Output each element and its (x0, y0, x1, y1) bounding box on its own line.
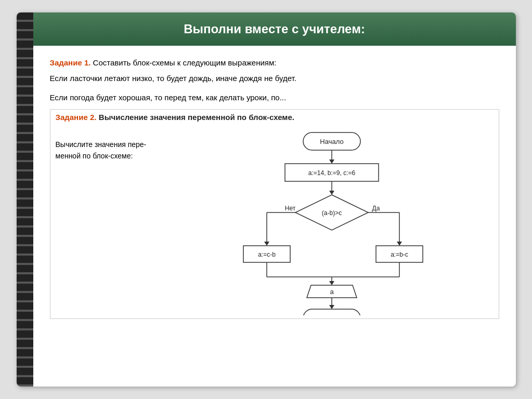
task1-number: Задание 1. (50, 58, 91, 67)
left-decoration-bar (17, 12, 33, 387)
task2-section: Задание 2. Вычисление значения переменно… (50, 109, 499, 319)
task2-title-suffix: Вычисление значения переменной по блок-с… (99, 113, 294, 122)
start-label: Начало (320, 138, 343, 145)
svg-marker-20 (329, 281, 334, 285)
task2-number: Задание 2. (56, 113, 97, 122)
slide-content: Задание 1. Составить блок-схемы к следую… (33, 46, 516, 387)
slide-header: Выполни вместе с учителем: (33, 12, 516, 46)
slide-container: Выполни вместе с учителем: Задание 1. Со… (17, 12, 516, 387)
right-branch-label: a:=b-c (391, 251, 408, 258)
output-label: a (330, 288, 334, 296)
svg-marker-2 (329, 159, 334, 164)
header-title: Выполни вместе с учителем: (184, 22, 365, 36)
task1-text2: Если погода будет хорошая, то перед тем,… (50, 91, 499, 103)
no-label: Нет (284, 205, 295, 212)
task2-instruction: Вычислите значения пере-менной по блок-с… (56, 128, 170, 315)
end-label: Конец (322, 314, 341, 315)
svg-marker-9 (264, 242, 269, 246)
flowchart-container: Начало a:=14, b:=9, c:=6 (a-b)>c (180, 128, 494, 315)
svg-marker-5 (329, 191, 334, 195)
flowchart-svg: Начало a:=14, b:=9, c:=6 (a-b)>c (228, 128, 446, 315)
task2-body: Вычислите значения пере-менной по блок-с… (56, 128, 494, 315)
task1-label-suffix: Составить блок-схемы к следующим выражен… (90, 58, 276, 67)
condition-label: (a-b)>c (321, 209, 341, 217)
init-label: a:=14, b:=9, c:=6 (308, 169, 355, 177)
svg-marker-23 (329, 305, 334, 309)
task2-instruction-text: Вычислите значения пере-менной по блок-с… (56, 140, 147, 160)
task1-label: Задание 1. Составить блок-схемы к следую… (50, 58, 499, 67)
svg-marker-12 (397, 242, 402, 246)
yes-label: Да (372, 205, 380, 212)
left-branch-label: a:=c-b (258, 251, 276, 258)
task1-text1: Если ласточки летают низко, то будет дож… (50, 72, 499, 84)
